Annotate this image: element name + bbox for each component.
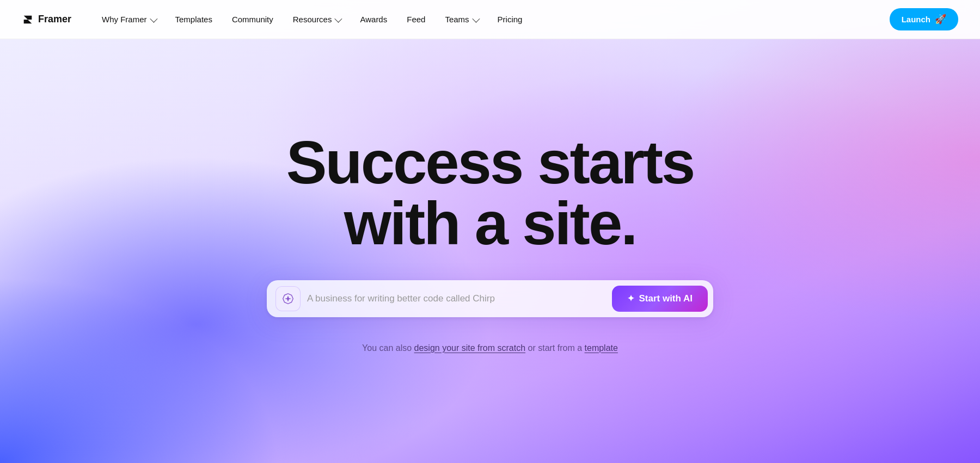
ai-icon-wrapper	[275, 286, 301, 311]
nav-link-awards[interactable]: Awards	[351, 10, 396, 28]
chevron-down-icon	[472, 15, 480, 22]
rocket-icon: 🚀	[935, 14, 946, 25]
launch-button[interactable]: Launch 🚀	[890, 8, 958, 30]
chevron-down-icon	[150, 15, 157, 22]
hero-content: Success starts with a site. ✦ Start with…	[267, 110, 713, 353]
nav-link-resources[interactable]: Resources	[284, 10, 350, 28]
navbar: Framer Why Framer Templates Community Re…	[0, 0, 980, 39]
hero-title: Success starts with a site.	[286, 132, 694, 254]
framer-logo-icon	[22, 14, 34, 26]
nav-link-community[interactable]: Community	[223, 10, 282, 28]
sparkle-icon: ✦	[627, 293, 634, 304]
nav-link-templates[interactable]: Templates	[167, 10, 221, 28]
ai-input-container: ✦ Start with AI	[267, 280, 713, 317]
nav-link-feed[interactable]: Feed	[398, 10, 434, 28]
nav-link-teams[interactable]: Teams	[436, 10, 486, 28]
chevron-down-icon	[335, 15, 342, 22]
nav-links: Why Framer Templates Community Resources…	[93, 10, 890, 28]
logo[interactable]: Framer	[22, 14, 71, 26]
ai-prompt-input[interactable]	[307, 293, 605, 304]
logo-text: Framer	[38, 14, 71, 25]
ai-icon	[281, 292, 295, 306]
launch-button-label: Launch	[902, 15, 930, 24]
nav-link-why-framer[interactable]: Why Framer	[93, 10, 164, 28]
template-link[interactable]: template	[585, 343, 618, 353]
hero-footer: You can also design your site from scrat…	[362, 343, 618, 353]
hero-section: Success starts with a site. ✦ Start with…	[0, 0, 980, 463]
nav-link-pricing[interactable]: Pricing	[489, 10, 531, 28]
design-from-scratch-link[interactable]: design your site from scratch	[414, 343, 526, 353]
start-with-ai-button[interactable]: ✦ Start with AI	[612, 286, 708, 312]
